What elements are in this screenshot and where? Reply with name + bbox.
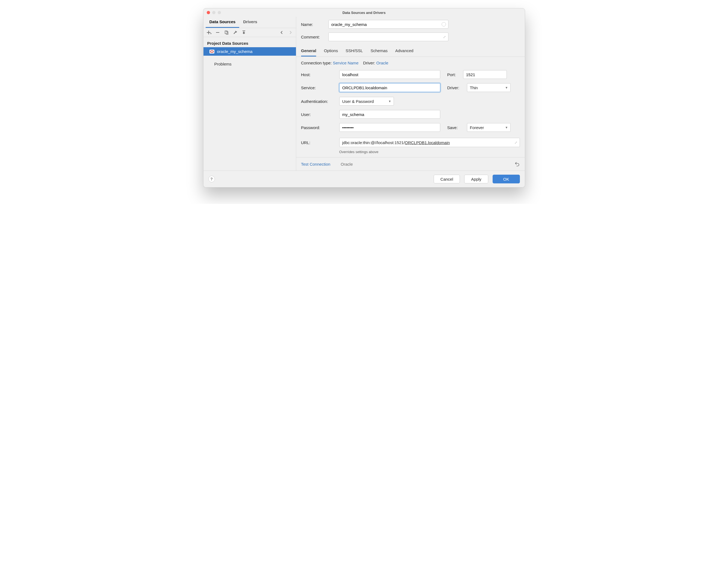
port-label: Port: — [447, 72, 463, 77]
oracle-icon — [210, 50, 215, 54]
driver-info-link[interactable]: Oracle — [376, 61, 388, 65]
chevron-down-icon: ▼ — [505, 86, 508, 89]
remove-icon[interactable] — [215, 30, 220, 35]
comment-input[interactable] — [331, 34, 443, 40]
save-label: Save: — [447, 125, 467, 130]
comment-label: Comment: — [301, 34, 328, 39]
save-select[interactable]: Forever ▼ — [467, 123, 511, 132]
svg-rect-0 — [216, 32, 219, 33]
help-button[interactable]: ? — [209, 176, 215, 182]
close-window-icon[interactable] — [207, 11, 210, 14]
zoom-window-icon — [218, 11, 221, 14]
dialog-window: Data Sources and Drivers Data Sources Dr… — [203, 8, 525, 188]
url-text: jdbc:oracle:thin:@//localhost:1521/ORCLP… — [342, 140, 450, 145]
url-label: URL: — [301, 140, 339, 145]
driver-select[interactable]: Thin ▼ — [467, 83, 511, 92]
tab-advanced[interactable]: Advanced — [395, 46, 413, 57]
right-panel: Name: Comment: ⤢ General Options — [296, 17, 525, 170]
url-input[interactable]: jdbc:oracle:thin:@//localhost:1521/ORCLP… — [339, 138, 520, 147]
dialog-buttons: ? Cancel Apply OK — [204, 170, 525, 187]
left-toolbar: ▾ — [204, 28, 296, 37]
password-label: Password: — [301, 125, 339, 130]
apply-button[interactable]: Apply — [464, 175, 488, 184]
data-source-item[interactable]: oracle_my_schema — [204, 47, 296, 56]
traffic-lights — [207, 11, 221, 14]
revert-icon[interactable] — [514, 161, 520, 167]
forward-icon — [288, 30, 293, 35]
driver-label: Driver: — [447, 85, 467, 90]
wrench-icon[interactable] — [232, 30, 238, 35]
driver-select-value: Thin — [470, 85, 478, 90]
comment-field-wrap[interactable]: ⤢ — [328, 32, 449, 41]
conn-type-link[interactable]: Service Name — [333, 61, 358, 65]
tab-options[interactable]: Options — [324, 46, 338, 57]
detail-tabs: General Options SSH/SSL Schemas Advanced — [296, 45, 525, 57]
password-input[interactable] — [339, 123, 440, 132]
ok-button[interactable]: OK — [493, 175, 520, 184]
tab-general[interactable]: General — [301, 46, 316, 57]
auth-select-value: User & Password — [342, 99, 374, 104]
right-footer: Test Connection Oracle — [296, 157, 525, 170]
auth-select[interactable]: User & Password ▼ — [339, 97, 394, 105]
url-prefix: jdbc:oracle:thin:@//localhost:1521/ — [342, 140, 405, 145]
tab-data-sources[interactable]: Data Sources — [206, 17, 239, 28]
auth-label: Authentication: — [301, 99, 339, 104]
override-hint: Overrides settings above — [339, 150, 520, 154]
form-header: Name: Comment: ⤢ — [296, 17, 525, 45]
user-label: User: — [301, 112, 339, 117]
svg-rect-1 — [225, 31, 227, 33]
host-input[interactable] — [339, 70, 440, 79]
expand-icon[interactable]: ⤢ — [514, 141, 517, 145]
add-icon[interactable]: ▾ — [206, 30, 212, 35]
footer-driver-name: Oracle — [341, 162, 353, 166]
driver-info-label: Driver: — [363, 61, 375, 65]
host-label: Host: — [301, 72, 339, 77]
section-project-data-sources: Project Data Sources — [204, 37, 296, 47]
connection-form: Host: Port: Service: Driver: Thin ▼ Auth… — [296, 65, 525, 157]
user-input[interactable] — [339, 110, 440, 119]
chevron-down-icon: ▼ — [505, 126, 508, 129]
service-input[interactable] — [339, 83, 440, 92]
color-indicator-icon[interactable] — [441, 22, 446, 26]
left-panel: Data Sources Drivers ▾ — [204, 17, 296, 170]
dialog-body: Data Sources Drivers ▾ — [204, 17, 525, 170]
name-input[interactable] — [331, 22, 441, 27]
duplicate-icon[interactable] — [224, 30, 229, 35]
titlebar: Data Sources and Drivers — [204, 8, 525, 17]
test-connection-link[interactable]: Test Connection — [301, 162, 331, 166]
left-tabs: Data Sources Drivers — [204, 17, 296, 28]
cancel-button[interactable]: Cancel — [434, 175, 460, 184]
minimize-window-icon — [212, 11, 216, 14]
port-input[interactable] — [463, 70, 507, 79]
back-icon[interactable] — [279, 30, 285, 35]
tab-drivers[interactable]: Drivers — [239, 17, 261, 28]
name-label: Name: — [301, 22, 328, 27]
conn-type-label: Connection type: — [301, 61, 332, 65]
tab-schemas[interactable]: Schemas — [371, 46, 388, 57]
chevron-down-icon: ▼ — [388, 99, 391, 103]
connection-info: Connection type: Service Name Driver: Or… — [296, 57, 525, 65]
name-field-wrap[interactable] — [328, 20, 449, 29]
make-global-icon[interactable] — [241, 30, 247, 35]
problems-item[interactable]: Problems — [204, 56, 296, 69]
url-suffix: ORCLPDB1.localdomain — [405, 140, 450, 145]
service-label: Service: — [301, 85, 339, 90]
save-select-value: Forever — [470, 125, 484, 130]
data-source-label: oracle_my_schema — [217, 49, 253, 54]
expand-icon[interactable]: ⤢ — [443, 35, 446, 39]
window-title: Data Sources and Drivers — [342, 11, 385, 15]
tab-ssh-ssl[interactable]: SSH/SSL — [345, 46, 363, 57]
